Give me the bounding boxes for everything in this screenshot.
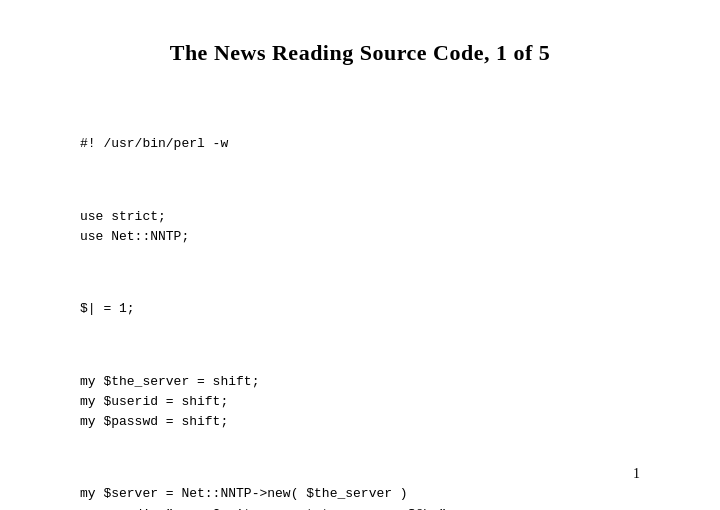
page-title: The News Reading Source Code, 1 of 5 [80,40,640,66]
code-server-connect: my $server = Net::NNTP->new( $the_server… [80,484,640,510]
page-number: 1 [633,466,640,482]
page: The News Reading Source Code, 1 of 5 #! … [0,0,720,510]
code-block: #! /usr/bin/perl -w use strict; use Net:… [80,94,640,510]
code-use-statements: use strict; use Net::NNTP; [80,207,640,247]
code-variables: my $the_server = shift; my $userid = shi… [80,372,640,432]
code-shebang: #! /usr/bin/perl -w [80,134,640,154]
code-flush: $| = 1; [80,299,640,319]
